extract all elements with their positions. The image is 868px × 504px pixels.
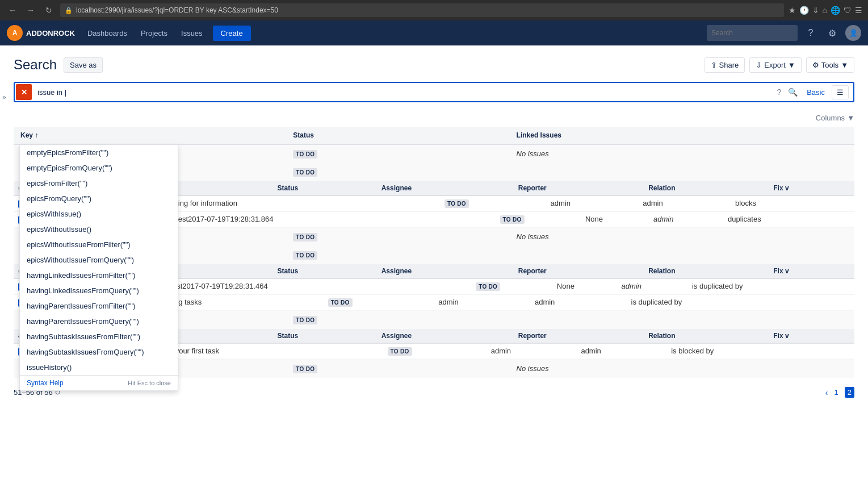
history-icon[interactable]: 🕐	[799, 6, 809, 15]
sub-status-badge: TO DO	[500, 215, 525, 224]
create-button[interactable]: Create	[213, 26, 251, 41]
no-issues-text: No issues	[517, 232, 549, 241]
browser-icons: ★ 🕐 ⇓ ⌂ 🌐 🛡 ☰	[789, 6, 862, 15]
autocomplete-item[interactable]: havingParentIssuesFromQuery("")	[20, 314, 178, 329]
nav-search-input[interactable]	[707, 25, 798, 41]
status-badge: TO DO	[293, 365, 317, 373]
columns-label: Columns	[816, 114, 845, 122]
table-header: Key ↑ Status Linked Issues	[14, 127, 854, 144]
sub-status-badge: TO DO	[328, 298, 353, 307]
basic-mode-button[interactable]: Basic	[802, 86, 829, 99]
page-header-left: Search Save as	[14, 57, 103, 73]
col-status: Status	[286, 127, 509, 144]
menu-icon[interactable]: ☰	[855, 6, 862, 15]
autocomplete-item[interactable]: havingParentIssuesFromFilter("")	[20, 298, 178, 314]
page-content: » Search Save as ⇧ Share ⇩ Export ▼ ⚙	[0, 45, 868, 418]
autocomplete-item[interactable]: havingLinkedIssuesFromQuery("")	[20, 283, 178, 298]
reload-button[interactable]: ↻	[42, 3, 56, 17]
jql-bar: ✕ ? 🔍 Basic ☰	[14, 82, 854, 102]
columns-button[interactable]: Columns ▼	[816, 114, 854, 122]
export-button[interactable]: ⇩ Export ▼	[749, 57, 801, 73]
url-text: localhost:2990/jira/issues/?jql=ORDER BY…	[76, 6, 278, 14]
back-button[interactable]: ←	[6, 3, 19, 17]
autocomplete-item[interactable]: epicsWithoutIssue()	[20, 222, 178, 237]
logo-icon: A	[7, 25, 23, 41]
status-badge: TO DO	[293, 251, 317, 260]
autocomplete-item[interactable]: epicsFromQuery("")	[20, 191, 178, 206]
sub-status-badge: TO DO	[445, 199, 469, 208]
status-badge: TO DO	[293, 233, 317, 241]
tools-chevron-icon: ▼	[841, 61, 848, 69]
autocomplete-item[interactable]: emptyEpicsFromFilter("")	[20, 145, 178, 160]
page-wrapper: » Search Save as ⇧ Share ⇩ Export ▼ ⚙	[0, 45, 868, 504]
nav-dashboards[interactable]: Dashboards	[82, 20, 133, 45]
logo-text: ADDONROCK	[26, 29, 75, 38]
jql-input[interactable]	[33, 85, 774, 100]
autocomplete-item[interactable]: emptyEpicsFromQuery("")	[20, 160, 178, 176]
page-2-button[interactable]: 2	[845, 387, 854, 398]
status-badge: TO DO	[293, 168, 317, 177]
autocomplete-item[interactable]: epicsWithoutIssueFromFilter("")	[20, 237, 178, 252]
settings-button[interactable]: ⚙	[824, 24, 841, 41]
jql-menu-button[interactable]: ☰	[832, 85, 849, 99]
user-avatar[interactable]: 👤	[845, 25, 861, 41]
prev-page-button[interactable]: ‹	[825, 388, 828, 397]
esc-hint: Hit Esc to close	[128, 380, 171, 386]
jql-help-button[interactable]: ?	[774, 85, 783, 99]
export-icon: ⇩	[756, 61, 762, 69]
page-header: Search Save as ⇧ Share ⇩ Export ▼ ⚙ Tool…	[14, 57, 854, 73]
jql-error-icon: ✕	[16, 84, 32, 100]
status-badge: TO DO	[293, 150, 317, 159]
syntax-help-link[interactable]: Syntax Help	[27, 379, 64, 387]
nav-projects[interactable]: Projects	[135, 20, 173, 45]
autocomplete-footer: Syntax Help Hit Esc to close	[20, 375, 178, 390]
home-icon[interactable]: ⌂	[823, 6, 827, 15]
logo-area[interactable]: A ADDONROCK	[7, 25, 75, 41]
export-chevron-icon: ▼	[788, 61, 795, 69]
nav-issues[interactable]: Issues	[175, 20, 208, 45]
share-button[interactable]: ⇧ Share	[705, 57, 745, 73]
columns-chevron-icon: ▼	[847, 114, 854, 122]
page-1-button[interactable]: 1	[832, 387, 841, 398]
forward-button[interactable]: →	[24, 3, 37, 17]
download-icon[interactable]: ⇓	[812, 6, 819, 15]
autocomplete-item[interactable]: epicsFromFilter("")	[20, 176, 178, 191]
sidebar-toggle[interactable]: »	[0, 91, 9, 103]
globe-icon[interactable]: 🌐	[831, 6, 840, 15]
autocomplete-item[interactable]: issueHistory()	[20, 360, 178, 375]
jira-navbar: A ADDONROCK Dashboards Projects Issues C…	[0, 20, 868, 45]
col-key[interactable]: Key ↑	[14, 127, 286, 144]
help-button[interactable]: ?	[802, 24, 819, 41]
autocomplete-item[interactable]: havingLinkedIssuesFromFilter("")	[20, 268, 178, 283]
autocomplete-dropdown: emptyEpicsFromFilter("") emptyEpicsFromQ…	[19, 144, 178, 391]
autocomplete-item[interactable]: epicsWithIssue()	[20, 206, 178, 222]
browser-chrome: ← → ↻ 🔒 localhost:2990/jira/issues/?jql=…	[0, 0, 868, 20]
no-issues-text: No issues	[517, 149, 549, 158]
star-icon[interactable]: ★	[789, 6, 796, 15]
col-linked: Linked Issues	[510, 127, 854, 144]
jql-search-button[interactable]: 🔍	[786, 85, 800, 99]
autocomplete-item[interactable]: havingSubtaskIssuesFromQuery("")	[20, 344, 178, 360]
autocomplete-item[interactable]: havingSubtaskIssuesFromFilter("")	[20, 329, 178, 344]
tools-button[interactable]: ⚙ Tools ▼	[806, 57, 854, 73]
autocomplete-item[interactable]: epicsWithoutIssueFromQuery("")	[20, 252, 178, 268]
jql-bar-actions: ? 🔍 Basic ☰	[774, 85, 853, 99]
header-actions: ⇧ Share ⇩ Export ▼ ⚙ Tools ▼	[705, 57, 854, 73]
columns-row: Columns ▼	[14, 114, 854, 122]
nav-right: ? ⚙ 👤	[707, 24, 861, 41]
status-badge: TO DO	[293, 316, 317, 324]
url-bar[interactable]: 🔒 localhost:2990/jira/issues/?jql=ORDER …	[60, 3, 784, 17]
sub-status-badge: TO DO	[476, 282, 500, 291]
tools-icon: ⚙	[812, 61, 819, 69]
no-issues-text: No issues	[517, 364, 549, 373]
pagination-right: ‹ 1 2	[825, 387, 854, 398]
sub-status-badge: TO DO	[388, 347, 412, 356]
save-as-button[interactable]: Save as	[64, 57, 103, 73]
shield-icon[interactable]: 🛡	[844, 6, 852, 15]
share-icon: ⇧	[711, 61, 717, 69]
page-title: Search	[14, 57, 57, 73]
